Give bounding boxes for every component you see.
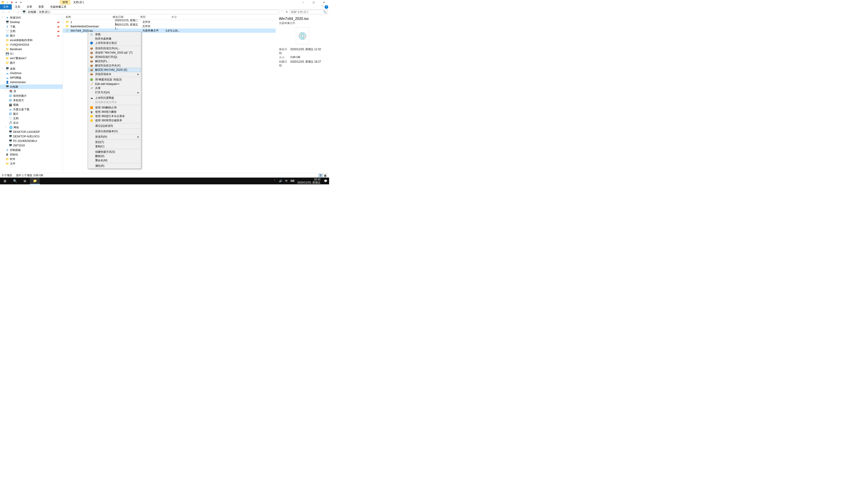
tree-files[interactable]: 📁文件 xyxy=(0,161,63,166)
menu-item[interactable]: 重命名(M) xyxy=(88,158,141,163)
tree-admin[interactable]: 👤Administrator xyxy=(0,80,63,85)
tree-lib-pics[interactable]: 🖼图片 xyxy=(0,111,63,116)
menu-item[interactable]: ☁上传到百度网盘 xyxy=(88,96,141,100)
close-button[interactable]: ✕ xyxy=(319,0,329,4)
tree-pc1[interactable]: 🖥️DESKTOP-LSSOEDP xyxy=(0,130,63,134)
tray-ime[interactable]: 中 xyxy=(284,177,289,184)
menu-item[interactable]: 📦其他压缩命令▶ xyxy=(88,72,141,76)
menu-item[interactable]: ↗共享 xyxy=(88,86,141,90)
view-details-button[interactable]: ☰ xyxy=(318,173,323,177)
menu-item[interactable]: 📦解压到当前文件夹(X) xyxy=(88,64,141,68)
menu-item[interactable]: 属性(R) xyxy=(88,164,141,168)
tree-saved-pics[interactable]: 🖼保存的图片 xyxy=(0,94,63,98)
tree-onedrive[interactable]: ☁OneDrive xyxy=(0,71,63,75)
up-button[interactable]: ↑ xyxy=(16,10,20,14)
tree-downloads[interactable]: ⬇下载📌 xyxy=(0,24,63,29)
menu-item[interactable]: 复制(C) xyxy=(88,144,141,149)
tree-docs[interactable]: 📄文档📌 xyxy=(0,29,63,33)
tree-pc3[interactable]: 🖥️PC-20190530OBLA xyxy=(0,139,63,143)
tree-pc4[interactable]: 🖥️ZMT2019 xyxy=(0,143,63,148)
tree-music[interactable]: 🎵音乐 xyxy=(0,121,63,125)
search-button[interactable]: 🔍 xyxy=(10,177,20,184)
tree-videos[interactable]: 🎬视频 xyxy=(0,103,63,107)
taskview-button[interactable]: ⧉ xyxy=(20,177,30,184)
tray-volume-icon[interactable]: 🔊 xyxy=(278,177,283,184)
recent-dropdown[interactable]: ˅ xyxy=(12,10,15,14)
tree-thispc[interactable]: 🖥️此电脑 xyxy=(0,85,63,89)
start-button[interactable]: ⊞ xyxy=(0,177,10,184)
view-icons-button[interactable]: ▦ xyxy=(323,173,327,177)
tree-wps[interactable]: ☁WPS网盘 xyxy=(0,75,63,80)
ribbon-file[interactable]: 文件 xyxy=(0,4,12,9)
menu-item[interactable]: 🟢用 蜂蜜浏览器 浏览(3) xyxy=(88,77,141,82)
context-menu[interactable]: 💿装载刻录光盘映像🔵上传到有道云笔记📦添加到压缩文件(A)...📦添加到 "Wi… xyxy=(88,32,141,169)
x-icon[interactable]: ✖ xyxy=(10,0,13,4)
tree-desk[interactable]: ˅🖥️桌面 xyxy=(0,66,63,71)
tree-quick-access[interactable]: ˅★快速访问 xyxy=(0,15,63,20)
tree-tianyi[interactable]: ☁天翼云盘下载 xyxy=(0,107,63,111)
ribbon-expand-icon[interactable]: ˅ xyxy=(320,5,324,8)
minimize-button[interactable]: ─ xyxy=(298,0,308,4)
tree-network[interactable]: ˅🌐网络 xyxy=(0,125,63,130)
menu-item[interactable]: 🔵上传到有道云笔记 xyxy=(88,41,141,45)
menu-item[interactable]: 📦添加到压缩文件(A)... xyxy=(88,46,141,51)
tree-cpanel[interactable]: ⚙控制面板 xyxy=(0,148,63,152)
tree-yunqishi[interactable]: 📁YUNQISHI2019 xyxy=(0,42,63,47)
ribbon-view[interactable]: 查看 xyxy=(35,4,47,9)
col-name[interactable]: 名称 xyxy=(63,15,113,19)
file-row[interactable]: 📁BaiduNetdiskDownload2020/12/25, 星期五 1..… xyxy=(63,24,276,29)
qa-more-icon[interactable]: ⏷ xyxy=(14,0,18,4)
menu-item[interactable]: 💿装载 xyxy=(88,32,141,37)
chevron-icon[interactable]: › xyxy=(37,10,38,13)
tree-lib-docs[interactable]: 📄文档 xyxy=(0,116,63,121)
menu-item[interactable]: 剪切(T) xyxy=(88,140,141,144)
menu-item[interactable]: 🟧使用 360解除占用 xyxy=(88,105,141,110)
file-row[interactable]: 📁12020/12/15, 星期二 1...文件夹 xyxy=(63,20,276,24)
tray-notifications-icon[interactable]: 💬 xyxy=(323,177,328,184)
col-size[interactable]: 大小 xyxy=(163,15,177,19)
maximize-button[interactable]: ▢ xyxy=(308,0,319,4)
chevron-icon[interactable]: › xyxy=(51,10,51,13)
back-button[interactable]: ← xyxy=(1,10,6,14)
search-input[interactable]: 搜索"文档 (E:)" 🔍 xyxy=(290,10,328,14)
crumb-thispc[interactable]: 此电脑 xyxy=(28,10,37,14)
help-button[interactable]: ? xyxy=(324,5,328,9)
tree-pics2[interactable]: 📁图片 xyxy=(0,61,63,65)
explorer-taskbar-button[interactable]: 📁 xyxy=(30,177,40,184)
tree-pics[interactable]: 🖼图片📌 xyxy=(0,33,63,38)
menu-item[interactable]: 通过QQ发送到 xyxy=(88,124,141,128)
ribbon-share[interactable]: 共享 xyxy=(24,4,35,9)
menu-item[interactable]: 🗑使用 360强力删除 xyxy=(88,110,141,114)
menu-item[interactable]: 刻录光盘映像 xyxy=(88,37,141,41)
tray-keyboard-icon[interactable]: ⌨ xyxy=(290,177,294,184)
tree-g[interactable]: 💾G:\ xyxy=(0,52,63,56)
tree-bandicam[interactable]: 📁Bandicam xyxy=(0,47,63,52)
col-type[interactable]: 类型 xyxy=(140,15,163,19)
tree-local-pics[interactable]: 🖼本机照片 xyxy=(0,98,63,103)
tree-recycle[interactable]: 🗑回收站 xyxy=(0,152,63,157)
menu-item[interactable]: 发送到(N)▶ xyxy=(88,135,141,139)
refresh-button[interactable]: ↻ xyxy=(285,10,289,14)
check-icon[interactable]: ✔ xyxy=(5,0,9,4)
menu-item[interactable]: 📦解压到(F)... xyxy=(88,59,141,64)
tray-chevron-icon[interactable]: ˄ xyxy=(272,177,277,184)
chevron-icon[interactable]: › xyxy=(26,10,27,13)
ribbon-home[interactable]: 主页 xyxy=(12,4,24,9)
tree-excel[interactable]: 📁excel表格制作求和 xyxy=(0,38,63,42)
menu-item[interactable]: 打开方式(H)▶ xyxy=(88,90,141,95)
crumb-drive[interactable]: 文档 (E:) xyxy=(38,10,50,14)
menu-item[interactable]: 📦添加到 "Win7x64_2020.zip" (T) xyxy=(88,51,141,55)
tree-desktop[interactable]: 🖥️Desktop📌 xyxy=(0,20,63,24)
tree-pc2[interactable]: 🖥️DESKTOP-NJEU3CG xyxy=(0,134,63,139)
menu-item[interactable]: 📦解压到 Win7x64_2020\ (E) xyxy=(88,68,141,72)
tree-soft[interactable]: 📁软件 xyxy=(0,157,63,161)
forward-button[interactable]: → xyxy=(7,10,11,14)
menu-item[interactable]: 🟡使用 360管理右键菜单 xyxy=(88,119,141,123)
breadcrumb[interactable]: 🖥️ › 此电脑 › 文档 (E:) › xyxy=(21,10,279,14)
search-icon[interactable]: 🔍 xyxy=(323,10,327,13)
nav-tree[interactable]: ˅★快速访问 🖥️Desktop📌 ⬇下载📌 📄文档📌 🖼图片📌 📁excel表… xyxy=(0,14,63,173)
tree-lib[interactable]: ˅📚库 xyxy=(0,89,63,94)
ribbon-disc-tool[interactable]: 光盘映像工具 xyxy=(47,4,70,9)
menu-item[interactable]: 还原以前的版本(V) xyxy=(88,129,141,133)
menu-item[interactable]: 📦用360压缩打开(Q) xyxy=(88,55,141,59)
